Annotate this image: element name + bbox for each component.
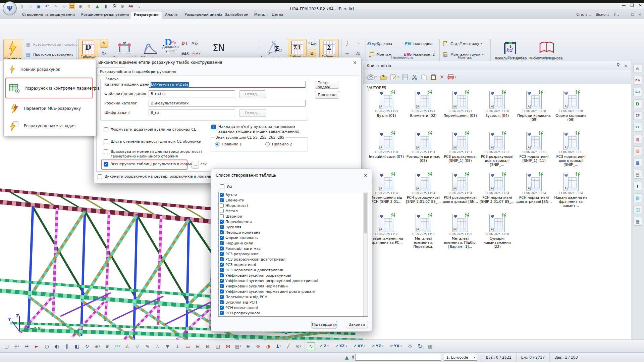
menu-item-full-calculation[interactable]: Повний розрахунок — [5, 63, 94, 76]
paste-icon[interactable] — [430, 74, 436, 80]
taskcode-input[interactable]: B_ru — [149, 109, 235, 116]
zoom-in-icon[interactable]: ⊕ — [244, 342, 252, 350]
item-checkbox[interactable] — [220, 268, 224, 272]
new-document-icon[interactable]: ▯ — [19, 3, 25, 9]
fragment-plane-icon[interactable]: ◫ — [214, 342, 222, 350]
section-icon[interactable]: ▤▾ — [234, 342, 242, 350]
report-file-item[interactable]: Ψ A 11.06.2025 13:30 Періоди коливань (0… — [516, 90, 552, 131]
list-scrollbar[interactable] — [363, 192, 368, 316]
help-menu[interactable]: ? ⌄ — [614, 12, 620, 16]
book-icon[interactable]: ▤ — [69, 3, 75, 9]
item-checkbox[interactable] — [220, 273, 224, 277]
checkbox[interactable] — [98, 174, 102, 179]
report-file-item[interactable]: Ψ A 11.06.2025 13:31 РСЗ розрахункові до… — [479, 131, 516, 172]
confirm-button[interactable]: Підтвердити — [312, 321, 337, 328]
tab-metal[interactable]: Метал — [251, 11, 270, 19]
filter-icon[interactable]: ▽ — [133, 342, 142, 350]
epure-icon[interactable]: ▥ — [633, 135, 642, 143]
scrollbar-thumb[interactable] — [364, 193, 367, 233]
item-checkbox[interactable] — [220, 193, 224, 197]
radio-checked[interactable] — [215, 142, 219, 146]
draw-l-icon[interactable]: L▾ — [274, 342, 282, 350]
isofields-icon[interactable]: ▩ — [633, 158, 642, 167]
projection-view-button[interactable]: ↗XY▾ — [351, 342, 368, 351]
table-list-item[interactable]: РСН визначальні — [219, 305, 368, 310]
catalog-input[interactable]: D:\Результати\Data — [149, 81, 306, 88]
rule1-radio[interactable]: Правило 1 — [215, 142, 242, 147]
gears-icon[interactable]: ⊛ — [119, 3, 125, 9]
tab-calculation[interactable]: Розрахунок — [130, 11, 162, 19]
pencil-icon[interactable]: ╱ — [284, 342, 292, 350]
ef-values-icon[interactable]: EF▾ — [113, 342, 121, 350]
table-list-item[interactable]: Розподіл ваги мас — [219, 246, 368, 251]
report-file-item[interactable]: Ψ A 11.06.2025 13:38 Металеві елементи. … — [442, 213, 479, 254]
projection-view-button[interactable]: ↗Z▾ — [317, 342, 331, 351]
save-icon[interactable]: ▣ — [36, 3, 42, 9]
item-checkbox[interactable] — [220, 306, 224, 310]
report-file-item[interactable]: Ψ A 11.06.2025 13:30 Зусилля (04) — [479, 90, 516, 131]
sigma-f-icon[interactable]: ΣF — [633, 111, 642, 120]
checkbox-checked[interactable] — [211, 125, 216, 129]
pause-icon[interactable]: ∥ — [63, 342, 71, 350]
polyfilter-active-icon[interactable]: ∿ — [307, 342, 315, 350]
rotate-icon[interactable]: ↻ — [83, 342, 91, 350]
projection-view-button[interactable]: ↗YX▾ — [387, 342, 404, 351]
snapshot-icon[interactable]: ◉ — [77, 3, 84, 9]
grid-icon[interactable]: # — [103, 342, 111, 350]
pin-icon[interactable] — [616, 63, 621, 69]
fragment-cut-icon[interactable]: ⊟ — [194, 342, 202, 350]
table-list-item[interactable]: Уніфіковані зусилля розрахункові — [219, 273, 368, 278]
item-checkbox[interactable] — [220, 214, 224, 218]
brick-icon[interactable]: ▤ — [633, 170, 642, 179]
edit-report-icon[interactable]: ▾ — [390, 74, 399, 80]
close-button[interactable]: ✕ — [639, 3, 642, 8]
invert-selection-icon[interactable]: ◐ — [53, 342, 61, 350]
table-list-item[interactable]: РСЗ розрахункові — [219, 251, 368, 257]
item-checkbox[interactable] — [220, 209, 224, 213]
support-icon[interactable]: ⊥ — [174, 342, 182, 350]
report-file-item[interactable]: Ψ A 11.06.2025 13:30 Форми коливань (06) — [552, 90, 589, 131]
run-dialog-close-icon[interactable]: ✕ — [352, 59, 358, 65]
report-file-item[interactable]: Ψ A 11.06.2025 13:34 Навантаження на фра… — [552, 172, 589, 213]
run-dialog-tab-design[interactable]: Конструювання — [142, 67, 180, 76]
item-checkbox[interactable] — [220, 284, 224, 288]
table-list-item[interactable]: Періоди коливань — [219, 230, 368, 235]
task-text-button[interactable]: Текст задачі — [315, 81, 339, 89]
checkbox[interactable] — [104, 149, 108, 154]
copy-icon[interactable] — [421, 74, 427, 80]
report-file-item[interactable]: Ψ A 11.06.2025 13:38 Сумарні навантаженн… — [479, 213, 516, 254]
run-lightning-icon[interactable]: ↯ — [86, 3, 92, 9]
layers-icon[interactable]: ◫ — [633, 205, 642, 214]
undo-icon[interactable]: ↶ — [44, 3, 50, 9]
table-mode-icon[interactable]: ▦ — [426, 342, 434, 350]
refresh-view-icon[interactable]: ↻ — [416, 342, 424, 350]
sigma-sigma-icon[interactable]: ↯Σσ▾ — [308, 39, 316, 48]
radio[interactable] — [265, 142, 270, 146]
file-input[interactable]: B_ru.txt — [149, 90, 235, 97]
table-list-item[interactable]: Переміщення — [219, 219, 368, 224]
tab-brick[interactable]: Цегла — [268, 11, 287, 19]
item-checkbox[interactable] — [220, 230, 224, 234]
meteor-chart-icon[interactable]: ▲ — [94, 3, 100, 9]
pushover-curve-icon[interactable]: ⌡ — [343, 39, 352, 48]
mosaic-d-icon[interactable]: D — [633, 99, 642, 108]
delete-report-icon[interactable]: ✕ — [440, 74, 444, 80]
extra-nodes-checkbox[interactable]: Формувати додаткові вузли на сторонах СЕ — [104, 127, 196, 132]
checkbox[interactable] — [104, 139, 108, 144]
tab-reinforced-concrete[interactable]: Залізобетон — [221, 11, 252, 19]
checkbox[interactable] — [104, 127, 108, 132]
print-report-icon[interactable]: ▾ — [447, 74, 456, 80]
protocol-button[interactable]: Протокол — [315, 91, 339, 99]
isometry-cube-icon[interactable]: ◇ — [61, 3, 67, 9]
panel-close-icon[interactable]: × — [624, 63, 628, 68]
maximize-button[interactable]: ❐ — [630, 3, 634, 8]
steel-beam-icon[interactable]: I — [633, 182, 642, 190]
six-dof-checkbox[interactable]: Шість степенів вільності для всіх СЕ обо… — [104, 139, 201, 144]
report-snapshot-icon[interactable]: ▾ — [367, 74, 377, 80]
pan-icon[interactable]: ┼▾ — [13, 342, 21, 350]
report-file-item[interactable]: Ψ A 11.06.2025 13:31 Розподіл ваги мас (… — [405, 131, 442, 172]
sync-settings-icon[interactable]: ⊛ — [633, 64, 642, 73]
item-checkbox[interactable] — [220, 300, 224, 304]
item-checkbox[interactable] — [220, 241, 224, 245]
contour-icon[interactable]: ▱ — [354, 39, 362, 48]
